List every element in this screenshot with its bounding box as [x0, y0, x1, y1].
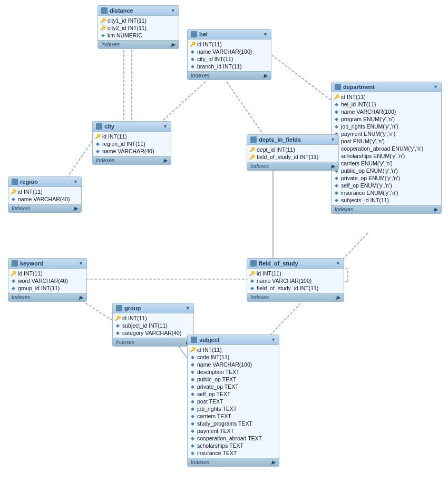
field-text: id INT(11)	[197, 41, 222, 47]
table-subject-arrow[interactable]: ▼	[271, 337, 276, 342]
table-city-indexes[interactable]: Indexes ▶	[93, 156, 171, 164]
table-row: 🔑 id INT(11)	[93, 133, 171, 140]
field-text: field_of_study_id INT(11)	[257, 154, 318, 160]
field-text: description TEXT	[197, 369, 239, 375]
primary-key-icon: 🔑	[190, 42, 195, 47]
table-row: ◆ name VARCHAR(100)	[188, 48, 271, 55]
table-distance-body: 🔑 city1_id INT(11) 🔑 city2_id INT(11) ◈ …	[98, 16, 179, 40]
indexes-arrow: ▶	[79, 294, 83, 300]
table-city-body: 🔑 id INT(11) ◆ region_id INT(11) ◆ name …	[93, 132, 171, 156]
field-text: scholarships TEXT	[197, 442, 244, 449]
table-city-name: city	[104, 123, 114, 130]
field-icon: ◆	[249, 278, 255, 283]
field-text: name VARCHAR(40)	[102, 148, 154, 154]
table-region-name: region	[20, 179, 38, 185]
field-text: group_id INT(11)	[18, 285, 60, 291]
indexes-label: Indexes	[335, 206, 353, 212]
field-text: study_programs TEXT	[197, 420, 252, 427]
table-region-body: 🔑 id INT(11) ◆ name VARCHAR(40)	[8, 187, 81, 204]
field-icon: ◆	[190, 384, 195, 389]
table-city: city ▼ 🔑 id INT(11) ◆ region_id INT(11) …	[92, 121, 171, 165]
field-icon: ◆	[334, 183, 339, 188]
field-text: id INT(11)	[197, 347, 222, 353]
field-text: id INT(11)	[122, 315, 147, 321]
table-hei-indexes[interactable]: Indexes ▶	[188, 71, 271, 80]
field-icon: ◆	[334, 109, 339, 114]
field-icon: ◆	[190, 443, 195, 448]
table-subject-indexes[interactable]: Indexes ▶	[188, 458, 279, 466]
field-text: branch_id INT(11)	[197, 63, 242, 70]
table-row: ◆ payment TEXT	[188, 427, 279, 435]
field-icon: ◆	[190, 64, 195, 69]
indexes-label: Indexes	[101, 42, 120, 47]
table-department-name: department	[343, 84, 375, 90]
field-text: post ENUM('y','n')	[341, 138, 385, 144]
table-hei-body: 🔑 id INT(11) ◆ name VARCHAR(100) ◆ city_…	[188, 40, 271, 71]
table-hei-header[interactable]: hei ▼	[188, 29, 271, 40]
table-row: ◆ insurance TEXT	[188, 449, 279, 457]
table-department-header[interactable]: department ▼	[332, 82, 441, 92]
table-row: ◆ post TEXT	[188, 398, 279, 405]
field-icon: ◆	[190, 414, 195, 419]
table-subject-header[interactable]: subject ▼	[188, 335, 279, 345]
table-depts-in-fields-indexes[interactable]: Indexes ▶	[247, 162, 338, 170]
table-row: ◆ code INT(11)	[188, 353, 279, 361]
field-text: private_op TEXT	[197, 383, 239, 390]
table-depts-in-fields-header[interactable]: depts_in_fields ▼	[247, 135, 338, 145]
table-field-of-study-arrow[interactable]: ▼	[336, 261, 340, 266]
table-distance-arrow[interactable]: ▼	[171, 8, 176, 13]
table-depts-in-fields-arrow[interactable]: ▼	[330, 137, 335, 142]
table-field-of-study: field_of_study ▼ 🔑 id INT(11) ◆ name VAR…	[247, 258, 344, 302]
table-row: ◆ subject_id INT(11)	[113, 322, 193, 329]
field-text: self_op ENUM('y','n')	[341, 182, 392, 189]
table-department-indexes[interactable]: Indexes ▶	[332, 205, 441, 213]
table-group-arrow[interactable]: ▼	[186, 306, 190, 311]
table-field-of-study-indexes[interactable]: Indexes ▶	[247, 293, 344, 301]
table-field-of-study-header[interactable]: field_of_study ▼	[247, 259, 344, 269]
table-group-header[interactable]: group ▼	[113, 303, 193, 313]
field-text: city2_id INT(11)	[108, 25, 147, 31]
table-distance: distance ▼ 🔑 city1_id INT(11) 🔑 city2_id…	[98, 5, 179, 49]
table-row: 🔑 id INT(11)	[188, 41, 271, 48]
table-keyword-indexes[interactable]: Indexes ▶	[8, 293, 86, 301]
table-department: department ▼ 🔑 id INT(11) ◆ hei_id INT(1…	[331, 82, 442, 214]
table-distance-header[interactable]: distance ▼	[98, 6, 179, 16]
indexes-label: Indexes	[191, 459, 209, 465]
svg-line-6	[227, 82, 269, 142]
field-text: hei_id INT(11)	[341, 101, 376, 107]
table-group: group ▼ 🔑 id INT(11) ◆ subject_id INT(11…	[112, 303, 194, 347]
table-row: ◆ group_id INT(11)	[8, 284, 86, 292]
table-row: 🔑 dept_id INT(11)	[247, 146, 338, 153]
table-city-arrow[interactable]: ▼	[163, 124, 168, 129]
table-region-arrow[interactable]: ▼	[73, 179, 78, 184]
primary-key-icon: 🔑	[95, 134, 100, 139]
table-row: ◆ self_op TEXT	[188, 390, 279, 398]
table-distance-indexes[interactable]: Indexes ▶	[98, 40, 179, 48]
field-text: name VARCHAR(100)	[197, 48, 252, 55]
indexes-label: Indexes	[250, 163, 269, 169]
table-city-header[interactable]: city ▼	[93, 122, 171, 132]
table-region-indexes[interactable]: Indexes ▶	[8, 204, 81, 212]
table-row: 🔑 id INT(11)	[113, 314, 193, 322]
indexes-label: Indexes	[250, 294, 269, 300]
primary-key-icon: 🔑	[11, 271, 16, 276]
table-row: ◆ private_op TEXT	[188, 383, 279, 390]
field-icon: ◆	[334, 116, 339, 122]
indexes-label: Indexes	[116, 339, 134, 345]
table-keyword-arrow[interactable]: ▼	[79, 261, 83, 266]
table-row: ◆ program ENUM('y','n')	[332, 115, 441, 123]
field-icon: ◆	[190, 428, 195, 434]
table-hei-arrow[interactable]: ▼	[263, 32, 268, 37]
table-group-indexes[interactable]: Indexes ▶	[113, 338, 193, 346]
table-department-arrow[interactable]: ▼	[433, 84, 438, 90]
field-text: word VARCHAR(40)	[18, 278, 68, 284]
table-keyword-header[interactable]: keyword ▼	[8, 259, 86, 269]
field-icon: ◆	[334, 198, 339, 203]
er-diagram: distance ▼ 🔑 city1_id INT(11) 🔑 city2_id…	[0, 0, 448, 502]
field-text: city1_id INT(11)	[108, 17, 147, 24]
table-subject-body: 🔑 id INT(11) ◆ code INT(11) ◆ name VARCH…	[188, 345, 279, 458]
field-text: category VARCHAR(40)	[122, 330, 181, 336]
table-row: 🔑 id INT(11)	[8, 188, 81, 195]
field-text: job_rights TEXT	[197, 406, 237, 412]
table-region-header[interactable]: region ▼	[8, 177, 81, 187]
